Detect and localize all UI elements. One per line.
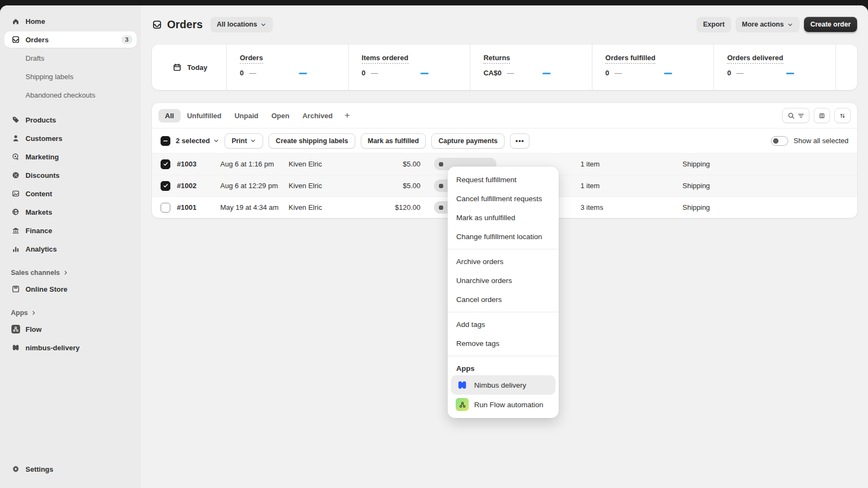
bulk-actions-bar: 2 selected Print Create shipping labels …	[152, 128, 857, 153]
date-range-selector[interactable]: Today	[152, 44, 226, 90]
sidebar-item-abandoned-checkouts[interactable]: Abandoned checkouts	[4, 87, 137, 103]
order-date: Aug 6 at 12:29 pm	[220, 182, 289, 190]
order-number: #1003	[177, 160, 220, 168]
sort-arrows-icon	[839, 112, 846, 120]
stat-orders-delivered[interactable]: Orders delivered 0—	[713, 44, 835, 90]
sales-channels-header[interactable]: Sales channels	[4, 266, 137, 281]
stat-items-ordered[interactable]: Items ordered 0—	[348, 44, 470, 90]
menu-item-unarchive-orders[interactable]: Unarchive orders	[448, 271, 559, 290]
print-button[interactable]: Print	[225, 133, 263, 149]
capture-payments-button[interactable]: Capture payments	[431, 133, 505, 149]
stat-label: Returns	[483, 54, 510, 64]
sidebar-item-label: Settings	[25, 465, 53, 473]
sidebar-item-products[interactable]: Products	[4, 112, 137, 128]
menu-app-label: Nimbus delivery	[474, 381, 526, 389]
sidebar-item-label: Shipping labels	[25, 73, 73, 81]
location-filter-button[interactable]: All locations	[210, 17, 273, 32]
more-actions-button[interactable]: More actions	[736, 17, 800, 32]
create-order-button[interactable]: Create order	[804, 17, 857, 32]
stat-label: Items ordered	[362, 54, 409, 64]
sidebar-item-label: Content	[25, 190, 52, 198]
row-checkbox[interactable]	[161, 181, 170, 191]
order-items: 3 items	[567, 203, 669, 211]
search-and-filter-button[interactable]	[782, 108, 809, 123]
menu-item-run-flow-automation[interactable]: Run Flow automation	[451, 395, 556, 414]
order-delivery-method: Shipping	[669, 203, 857, 211]
sidebar-item-online-store[interactable]: Online Store	[4, 281, 137, 297]
apps-header[interactable]: Apps	[4, 306, 137, 321]
row-checkbox[interactable]	[161, 159, 170, 169]
sidebar-item-analytics[interactable]: Analytics	[4, 241, 137, 257]
tab-archived[interactable]: Archived	[296, 109, 339, 123]
menu-apps-header: Apps	[448, 359, 559, 375]
sidebar-item-label: Flow	[25, 325, 42, 333]
sort-button[interactable]	[834, 108, 851, 123]
tab-open[interactable]: Open	[265, 109, 296, 123]
create-shipping-labels-button[interactable]: Create shipping labels	[269, 133, 355, 149]
sidebar-item-finance[interactable]: Finance	[4, 222, 137, 239]
indeterminate-mark-icon	[163, 138, 168, 144]
sidebar-item-customers[interactable]: Customers	[4, 130, 137, 146]
order-date: May 19 at 4:34 am	[220, 203, 289, 211]
sidebar-item-flow[interactable]: Flow	[4, 321, 137, 337]
add-view-button[interactable]: +	[339, 109, 355, 122]
columns-button[interactable]	[814, 108, 830, 123]
sidebar-item-markets[interactable]: Markets	[4, 204, 137, 220]
chevron-down-icon	[250, 138, 256, 144]
search-icon	[787, 112, 795, 120]
sidebar-item-settings[interactable]: Settings	[4, 461, 137, 477]
menu-item-remove-tags[interactable]: Remove tags	[448, 334, 559, 353]
sidebar-item-discounts[interactable]: Discounts	[4, 167, 137, 183]
sidebar-item-home[interactable]: Home	[4, 13, 137, 29]
tab-unpaid[interactable]: Unpaid	[228, 109, 265, 123]
menu-divider	[448, 249, 559, 249]
menu-item-add-tags[interactable]: Add tags	[448, 315, 559, 334]
menu-item-cancel-orders[interactable]: Cancel orders	[448, 290, 559, 309]
menu-item-cancel-fulfillment-requests[interactable]: Cancel fulfillment requests	[448, 189, 559, 208]
select-all-checkbox[interactable]	[161, 136, 170, 146]
sidebar-item-marketing[interactable]: Marketing	[4, 149, 137, 165]
show-all-selected-toggle[interactable]	[771, 136, 788, 146]
sidebar-item-label: Abandoned checkouts	[25, 91, 95, 99]
image-icon	[11, 189, 20, 198]
tab-unfulfilled[interactable]: Unfulfilled	[181, 109, 228, 123]
menu-item-mark-as-unfulfilled[interactable]: Mark as unfulfilled	[448, 208, 559, 227]
orders-count-badge: 3	[122, 35, 132, 44]
stat-orders[interactable]: Orders 0—	[226, 44, 348, 90]
mark-as-fulfilled-button[interactable]: Mark as fulfilled	[361, 133, 426, 149]
menu-app-label: Run Flow automation	[474, 401, 544, 409]
stat-orders-fulfilled[interactable]: Orders fulfilled 0—	[592, 44, 714, 90]
export-button[interactable]: Export	[697, 17, 731, 32]
sidebar-item-content[interactable]: Content	[4, 185, 137, 202]
nimbus-delivery-icon	[456, 378, 469, 391]
menu-item-archive-orders[interactable]: Archive orders	[448, 252, 559, 271]
order-delivery-method: Shipping	[669, 182, 857, 190]
stat-value: 0	[240, 69, 244, 77]
orders-page-icon	[152, 20, 162, 30]
menu-item-change-fulfillment-location[interactable]: Change fulfillment location	[448, 227, 559, 246]
selected-count-dropdown[interactable]: 2 selected	[176, 137, 219, 145]
order-number: #1002	[177, 182, 220, 190]
menu-item-nimbus-delivery[interactable]: Nimbus delivery	[451, 375, 556, 395]
filter-tabs: All Unfulfilled Unpaid Open Archived +	[152, 103, 857, 128]
tab-all[interactable]: All	[158, 109, 181, 123]
menu-item-request-fulfillment[interactable]: Request fulfillment	[448, 170, 559, 189]
order-total: $5.00	[358, 160, 420, 168]
sidebar-item-drafts[interactable]: Drafts	[4, 50, 137, 66]
order-items: 1 item	[567, 182, 669, 190]
more-bulk-actions-button[interactable]: •••	[510, 133, 529, 149]
toggle-knob	[773, 138, 778, 144]
sidebar-item-shipping-labels[interactable]: Shipping labels	[4, 68, 137, 85]
sidebar-item-label: Orders	[25, 36, 49, 44]
stat-value: CA$0	[483, 69, 501, 77]
page-header: Orders All locations Export More actions…	[152, 5, 857, 39]
sidebar-item-label: Online Store	[25, 285, 67, 293]
sidebar-item-nimbus-delivery[interactable]: nimbus-delivery	[4, 339, 137, 356]
row-checkbox[interactable]	[161, 203, 170, 213]
chevron-down-icon	[260, 22, 266, 28]
stat-returns[interactable]: Returns CA$0—	[470, 44, 592, 90]
chevron-down-icon	[213, 138, 219, 144]
stat-value: 0	[605, 69, 609, 77]
sidebar-item-orders[interactable]: Orders 3	[4, 31, 137, 48]
nimbus-delivery-app-icon	[11, 343, 20, 352]
